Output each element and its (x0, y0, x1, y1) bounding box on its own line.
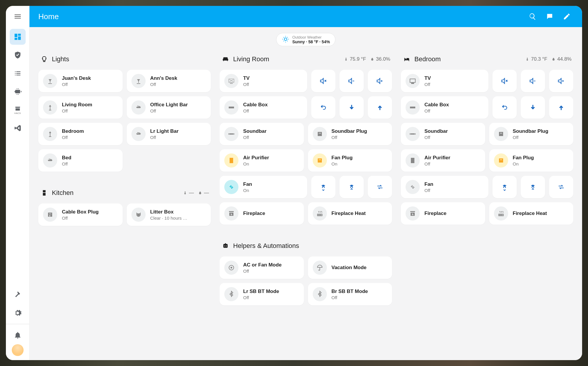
bedroom-fireplace-heat[interactable]: Fireplace Heat (489, 202, 574, 225)
outlet-icon (313, 153, 327, 168)
living-fan-speed-up[interactable] (340, 176, 364, 198)
section-bedroom-header: Bedroom 70.3 °F 44.8% (401, 54, 573, 64)
bedroom-soundbar-plug[interactable]: Soundbar PlugOff (489, 123, 574, 145)
store-icon (14, 105, 21, 112)
bedroom-fan-speed-down[interactable] (493, 176, 517, 198)
light-lr-bar[interactable]: Lr Light BarOff (127, 123, 211, 145)
living-tv-volup[interactable] (368, 70, 392, 92)
soundbar-icon (406, 127, 420, 141)
living-tv-voldown[interactable] (340, 70, 364, 92)
desk-lamp-icon (43, 74, 57, 88)
living-soundbar[interactable]: SoundbarOff (220, 123, 304, 145)
nav-hacs[interactable]: HACS (10, 102, 26, 118)
page-title: Home (38, 12, 522, 21)
robot-icon (221, 242, 230, 250)
bluetooth-icon (224, 287, 238, 301)
nav-notifications[interactable] (10, 327, 26, 343)
living-cable-up[interactable] (368, 96, 392, 119)
chat-icon (546, 13, 554, 20)
volume-up-icon (557, 77, 565, 85)
search-icon (529, 13, 536, 20)
living-fireplace[interactable]: Fireplace (220, 202, 304, 225)
light-office-bar[interactable]: Office Light BarOff (127, 96, 211, 119)
weather-title: Outdoor Weather (292, 35, 330, 39)
living-cable-down[interactable] (340, 96, 364, 119)
bedroom-cable-back[interactable] (493, 96, 517, 119)
nav-list[interactable] (10, 65, 26, 81)
bedroom-fan[interactable]: FanOff (401, 176, 488, 198)
bedroom-cable[interactable]: Cable BoxOff (401, 96, 488, 119)
pencil-icon (563, 13, 571, 20)
living-temp: 75.9 °F (344, 56, 366, 62)
edit-button[interactable] (560, 10, 573, 23)
fan-icon (224, 180, 238, 194)
hammer-icon (14, 291, 22, 299)
menu-button[interactable] (11, 10, 24, 23)
assist-button[interactable] (543, 10, 556, 23)
living-tv-mute[interactable] (311, 70, 335, 92)
bedroom-fan-oscillate[interactable] (549, 176, 573, 198)
helper-br-sb-bt[interactable]: Br SB BT ModeOff (308, 283, 392, 305)
volume-up-icon (376, 77, 384, 85)
bedroom-fan-speed-up[interactable] (521, 176, 545, 198)
hamburger-icon (14, 12, 22, 21)
bedroom-tv-mute[interactable] (493, 70, 517, 92)
bedroom-tv[interactable]: TVOff (401, 70, 488, 92)
living-fan-plug[interactable]: Fan PlugOn (308, 149, 392, 172)
light-juans-desk[interactable]: Juan's DeskOff (38, 70, 123, 92)
living-cable-back[interactable] (311, 96, 335, 119)
svg-point-2 (230, 267, 232, 269)
outlet-icon (494, 153, 508, 168)
desk-lamp-icon (131, 74, 146, 88)
living-fireplace-heat[interactable]: Fireplace Heat (308, 202, 392, 225)
bedroom-air-purifier[interactable]: Air PurifierOff (401, 149, 485, 172)
living-tv[interactable]: TVOff (220, 70, 307, 92)
living-soundbar-plug[interactable]: Soundbar PlugOff (308, 123, 392, 145)
nav-dashboard[interactable] (10, 29, 26, 45)
kitchen-cable-plug[interactable]: Cable Box PlugOff (38, 203, 123, 226)
floor-lamp-icon (43, 127, 57, 141)
living-fan-oscillate[interactable] (368, 176, 392, 198)
radiator-icon (313, 206, 327, 221)
fridge-icon (40, 189, 48, 197)
helper-ac-fan-mode[interactable]: AC or Fan ModeOff (220, 256, 304, 279)
set-top-box-icon (406, 100, 420, 115)
nav-dev-tools[interactable] (10, 287, 26, 303)
bedroom-fan-plug[interactable]: Fan PlugOn (489, 149, 574, 172)
bedroom-tv-voldown[interactable] (521, 70, 545, 92)
outlet-icon (43, 208, 57, 222)
bedroom-soundbar[interactable]: SoundbarOff (401, 123, 485, 145)
living-fan[interactable]: FanOn (220, 176, 307, 198)
fan-down-icon (319, 183, 327, 191)
nav-code[interactable] (10, 120, 26, 136)
kitchen-litter-box[interactable]: Litter BoxClear · 10 hours … (127, 203, 211, 226)
living-air-purifier[interactable]: Air PurifierOn (220, 149, 304, 172)
toggle-icon (224, 261, 238, 275)
app-window: HACS Home (6, 6, 582, 360)
fan-up-icon (348, 183, 355, 191)
light-anns-desk[interactable]: Ann's DeskOff (127, 70, 211, 92)
light-living-room[interactable]: Living RoomOff (38, 96, 123, 119)
nav-chip[interactable] (10, 84, 26, 100)
weather-chip[interactable]: Outdoor Weather Sunny · 58 °F · 54% (276, 33, 336, 46)
user-avatar[interactable] (12, 344, 24, 356)
search-button[interactable] (526, 10, 539, 23)
helper-vacation-mode[interactable]: Vacation Mode (308, 256, 392, 279)
bedroom-cable-down[interactable] (521, 96, 545, 119)
living-fan-speed-down[interactable] (311, 176, 335, 198)
tv-icon (224, 74, 238, 88)
arrow-up-icon (557, 104, 565, 111)
light-bed[interactable]: BedOff (38, 149, 123, 172)
bedroom-tv-volup[interactable] (549, 70, 573, 92)
bedroom-fireplace[interactable]: Fireplace (401, 202, 485, 225)
nav-shield[interactable] (10, 47, 26, 63)
living-cable[interactable]: Cable BoxOff (220, 96, 307, 119)
air-purifier-icon (224, 153, 238, 168)
bedroom-temp: 70.3 °F (525, 56, 547, 62)
floor-lamp-icon (43, 100, 57, 115)
section-kitchen-header: Kitchen — — (38, 188, 211, 198)
bedroom-cable-up[interactable] (549, 96, 573, 119)
light-bedroom[interactable]: BedroomOff (38, 123, 123, 145)
nav-settings[interactable] (10, 305, 26, 321)
helper-lr-sb-bt[interactable]: Lr SB BT ModeOff (220, 283, 304, 305)
